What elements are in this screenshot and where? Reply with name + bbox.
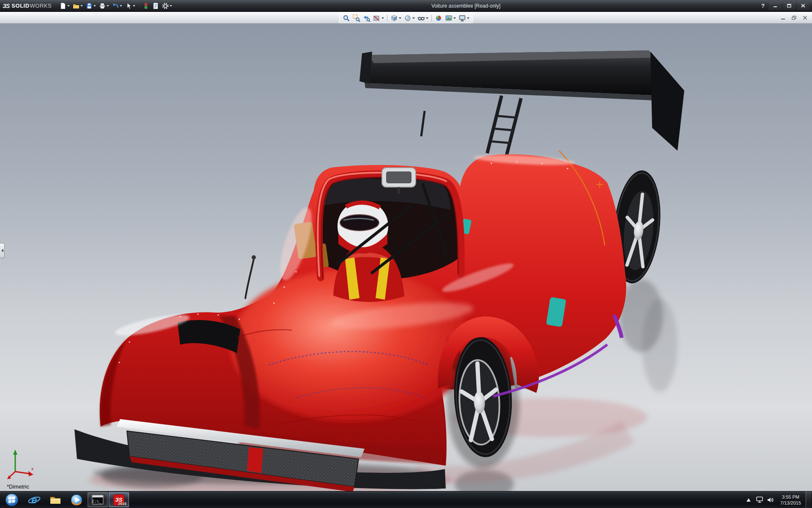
brand-text-solid: SOLID — [11, 3, 29, 9]
chevron-down-icon — [107, 5, 109, 7]
display-style-button[interactable] — [403, 14, 416, 22]
solidworks-version-badge: 2015 — [118, 502, 126, 506]
view-orientation-cube-icon — [390, 14, 398, 22]
chevron-down-icon — [467, 17, 469, 19]
section-view-button[interactable] — [372, 14, 385, 22]
heads-up-view-toolbar — [339, 13, 473, 23]
rebuild-button[interactable] — [141, 2, 151, 10]
file-properties-button[interactable] — [151, 2, 160, 10]
tray-show-hidden-button[interactable] — [743, 491, 754, 508]
title-bar: ЗS SOLID WORKS — [0, 0, 812, 12]
edit-appearance-button[interactable] — [434, 14, 443, 22]
print-button[interactable] — [98, 2, 110, 10]
zoom-to-area-button[interactable] — [352, 14, 361, 22]
window-title: Voiture assemblee [Read-only] — [431, 3, 500, 9]
clock-time: 3:55 PM — [780, 494, 801, 500]
apply-scene-button[interactable] — [444, 14, 457, 22]
folder-icon — [49, 494, 62, 506]
maximize-icon — [787, 4, 791, 8]
chevron-left-icon — [1, 249, 3, 252]
solidworks-logo: ЗS SOLID WORKS — [3, 3, 52, 9]
restore-icon — [792, 16, 796, 20]
minimize-icon — [781, 16, 785, 20]
clock-date: 7/13/2015 — [780, 500, 801, 506]
chevron-down-icon — [133, 5, 135, 7]
zoom-to-fit-icon — [343, 14, 350, 22]
print-icon — [99, 3, 106, 9]
taskbar-solidworks[interactable]: ЗS 2015 — [109, 492, 129, 507]
helmet-visor — [340, 215, 379, 231]
toolbar-separator — [139, 2, 139, 10]
taskbar: e — [0, 491, 812, 508]
close-button[interactable] — [797, 2, 809, 10]
appearance-sphere-icon — [435, 14, 442, 22]
solidworks-window: ЗS SOLID WORKS — [0, 0, 812, 508]
featuremanager-flyout-tab[interactable] — [0, 243, 5, 258]
document-minimize-button[interactable] — [778, 14, 787, 22]
zoom-to-fit-button[interactable] — [342, 14, 351, 22]
select-button[interactable] — [124, 2, 137, 10]
chevron-down-icon — [93, 5, 96, 7]
tray-display-icon-button[interactable] — [754, 491, 765, 508]
chevron-down-icon — [426, 17, 428, 19]
document-restore-button[interactable] — [789, 14, 798, 22]
zoom-to-area-icon — [353, 14, 360, 22]
chevron-up-icon — [746, 498, 751, 502]
gear-icon — [162, 3, 169, 9]
file-properties-icon — [152, 3, 159, 9]
graphics-viewport[interactable]: x *Dimetric — [0, 24, 812, 491]
options-button[interactable] — [161, 2, 173, 10]
rebuild-traffic-light-icon — [143, 3, 149, 9]
window-controls: ? — [758, 2, 809, 10]
previous-view-icon — [363, 14, 370, 22]
open-button[interactable] — [71, 2, 84, 10]
solidworks-logo-icon: ЗS — [3, 3, 9, 9]
chevron-down-icon — [170, 5, 172, 7]
scene-icon — [445, 14, 453, 22]
brand-text-works: WORKS — [30, 3, 52, 9]
svg-text:x: x — [31, 466, 34, 471]
document-window-controls — [778, 14, 812, 22]
save-button[interactable] — [85, 2, 97, 10]
save-icon — [86, 3, 93, 9]
view-settings-button[interactable] — [458, 14, 470, 22]
taskbar-command-prompt[interactable]: C:\_ — [88, 492, 108, 507]
new-document-button[interactable] — [58, 2, 71, 10]
maximize-button[interactable] — [783, 2, 796, 10]
chevron-down-icon — [120, 5, 122, 7]
hide-show-items-button[interactable] — [417, 14, 429, 22]
undo-button[interactable] — [111, 2, 123, 10]
minimize-icon — [773, 4, 777, 8]
chevron-down-icon — [399, 17, 401, 19]
orientation-triad: x — [5, 447, 38, 481]
media-player-icon — [70, 494, 83, 506]
scene-3d[interactable] — [0, 24, 812, 491]
taskbar-internet-explorer[interactable]: e — [24, 492, 44, 507]
help-button[interactable]: ? — [758, 2, 768, 10]
display-icon — [756, 497, 763, 503]
close-icon — [803, 16, 807, 20]
toolbar-separator — [387, 15, 387, 22]
view-settings-monitor-icon — [458, 14, 466, 22]
start-button[interactable] — [0, 491, 24, 508]
minimize-button[interactable] — [769, 2, 782, 10]
chevron-down-icon — [67, 5, 70, 7]
view-orientation-button[interactable] — [390, 14, 402, 22]
close-icon — [801, 4, 805, 8]
taskbar-windows-explorer[interactable] — [45, 492, 66, 507]
show-desktop-button[interactable] — [806, 491, 811, 508]
document-close-button[interactable] — [800, 14, 809, 22]
display-style-icon — [404, 14, 411, 22]
menu-row — [0, 12, 812, 24]
undo-icon — [112, 3, 119, 9]
tray-volume-button[interactable] — [765, 491, 776, 508]
toolbar-separator — [431, 15, 432, 22]
chevron-down-icon — [80, 5, 83, 7]
previous-view-button[interactable] — [362, 14, 371, 22]
taskbar-clock[interactable]: 3:55 PM 7/13/2015 — [776, 494, 805, 506]
chevron-down-icon — [412, 17, 415, 19]
system-tray: 3:55 PM 7/13/2015 — [743, 491, 812, 508]
taskbar-media-player[interactable] — [66, 492, 87, 507]
quick-access-toolbar — [58, 2, 173, 10]
console-prompt-text: C:\_ — [92, 500, 102, 504]
